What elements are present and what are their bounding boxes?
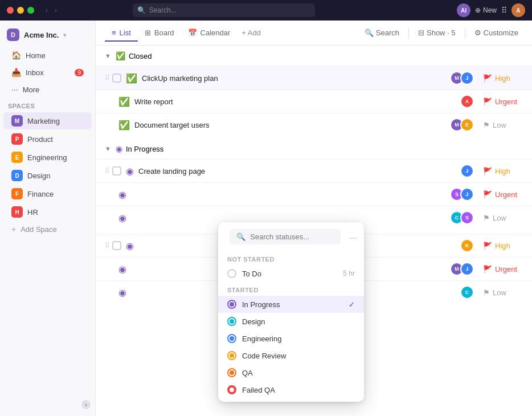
tab-calendar[interactable]: 📅 Calendar	[181, 25, 238, 42]
window-controls	[7, 7, 34, 14]
sidebar: D Acme Inc. ▾ 🏠 Home 📥 Inbox 9 ··· More …	[0, 21, 96, 416]
back-arrow[interactable]: ‹	[43, 5, 50, 15]
drag-handle: ⠿	[105, 242, 110, 250]
design-status-icon	[227, 317, 236, 326]
status-qa[interactable]: QA	[218, 364, 364, 381]
closed-icon: ✅	[116, 51, 125, 60]
task-name: ClickUp marketing plan	[142, 74, 450, 83]
started-section: STARTED	[218, 282, 364, 296]
task-status-icon[interactable]: ◉	[118, 189, 126, 200]
status-failed-qa[interactable]: Failed QA	[218, 381, 364, 398]
priority-label: High	[495, 167, 510, 176]
forward-arrow[interactable]: ›	[52, 5, 59, 15]
task-status-icon[interactable]: ◉	[118, 287, 126, 298]
closed-status: ✅ Closed	[116, 51, 152, 60]
priority-badge: ⚑ Low	[483, 288, 523, 297]
design-dot: D	[11, 170, 23, 181]
failedqa-status-icon	[227, 385, 236, 394]
marketing-label: Marketing	[27, 117, 60, 125]
design-label: Design	[27, 172, 50, 180]
flag-icon: ⚑	[483, 288, 490, 297]
dropdown-more-button[interactable]: ···	[350, 233, 357, 243]
nav-divider	[408, 27, 409, 39]
search-label: Search	[376, 28, 399, 37]
task-status-icon[interactable]: ◉	[118, 264, 126, 275]
table-row[interactable]: ⠿ ◉ Create landing page J 🚩 High	[96, 159, 532, 182]
table-row[interactable]: ✅ Write report A 🚩 Urgent	[96, 89, 532, 113]
task-avatars: J	[460, 164, 474, 178]
global-search-bar[interactable]: 🔍 Search...	[133, 3, 315, 17]
task-status-icon[interactable]: ◉	[126, 166, 134, 177]
board-label: Board	[154, 28, 174, 37]
search-button[interactable]: 🔍 Search	[360, 26, 404, 39]
inbox-icon: 📥	[11, 68, 21, 77]
status-search-input[interactable]	[250, 233, 334, 241]
group-inprogress-header[interactable]: ▼ ◉ In Progress	[96, 138, 532, 159]
closed-chevron: ▼	[105, 52, 111, 59]
avatar: C	[460, 286, 474, 299]
sidebar-item-design[interactable]: D Design	[3, 167, 92, 184]
view-tabs: ≡ List ⊞ Board 📅 Calendar + Add	[105, 25, 265, 41]
tab-list[interactable]: ≡ List	[105, 25, 138, 42]
sidebar-item-marketing[interactable]: M Marketing	[3, 112, 92, 129]
user-avatar[interactable]: A	[511, 3, 525, 17]
task-avatars: C S	[450, 211, 474, 225]
sidebar-item-inbox[interactable]: 📥 Inbox 9	[3, 64, 92, 80]
task-status-icon[interactable]: ◉	[126, 240, 134, 251]
task-checkbox[interactable]	[112, 241, 121, 250]
task-status-icon[interactable]: ◉	[118, 213, 126, 223]
task-name: Create landing page	[138, 167, 460, 176]
sidebar-item-finance[interactable]: F Finance	[3, 185, 92, 202]
apps-icon[interactable]: ⠿	[501, 6, 507, 15]
calendar-label: Calendar	[200, 28, 231, 37]
customize-button[interactable]: ⚙ Customize	[470, 26, 523, 39]
group-closed-header[interactable]: ▼ ✅ Closed	[96, 46, 532, 66]
maximize-dot[interactable]	[27, 7, 34, 14]
status-in-progress[interactable]: In Progress ✓	[218, 296, 364, 313]
sidebar-item-more[interactable]: ··· More	[3, 81, 92, 97]
codereview-status-icon	[227, 351, 236, 360]
add-space-button[interactable]: + Add Space	[3, 222, 92, 236]
workspace-header[interactable]: D Acme Inc. ▾	[0, 25, 95, 44]
tab-board[interactable]: ⊞ Board	[138, 25, 181, 42]
sidebar-item-home[interactable]: 🏠 Home	[3, 47, 92, 63]
table-row[interactable]: ⠿ ✅ ClickUp marketing plan M J 🚩 High	[96, 66, 532, 89]
show-button[interactable]: ⊟ Show · 5	[414, 26, 460, 39]
close-dot[interactable]	[7, 7, 14, 14]
workspace-icon: D	[7, 28, 19, 41]
sidebar-item-hr[interactable]: H HR	[3, 203, 92, 221]
status-engineering[interactable]: Engineering	[218, 330, 364, 347]
task-avatars: K	[460, 239, 474, 252]
calendar-icon: 📅	[188, 28, 197, 37]
priority-badge: 🚩 High	[483, 242, 523, 250]
workspace-chevron: ▾	[63, 32, 66, 38]
task-status-icon[interactable]: ✅	[118, 120, 130, 130]
task-name: Document target users	[134, 121, 450, 129]
new-button[interactable]: ⊕ New	[475, 6, 497, 14]
task-avatars: M J	[450, 71, 474, 85]
table-row[interactable]: ◉ S J 🚩 Urgent	[96, 182, 532, 206]
minimize-dot[interactable]	[17, 7, 24, 14]
task-name: Write report	[134, 97, 460, 106]
task-status-icon[interactable]: ✅	[126, 73, 137, 84]
sidebar-item-product[interactable]: P Product	[3, 130, 92, 148]
product-label: Product	[27, 135, 53, 144]
ai-badge[interactable]: AI	[457, 3, 470, 17]
check-icon: ✓	[349, 300, 355, 309]
sidebar-item-engineering[interactable]: E Engineering	[3, 149, 92, 166]
status-todo[interactable]: To Do 5 hr	[218, 265, 364, 282]
task-status-icon[interactable]: ✅	[118, 96, 130, 107]
task-checkbox[interactable]	[112, 166, 121, 176]
failedqa-item-label: Failed QA	[242, 386, 275, 394]
table-row[interactable]: ✅ Document target users M E ⚑ Low	[96, 113, 532, 136]
sidebar-collapse-button[interactable]: ›	[81, 400, 91, 409]
status-design[interactable]: Design	[218, 313, 364, 330]
status-search[interactable]: 🔍	[230, 229, 341, 244]
new-icon: ⊕	[475, 6, 481, 14]
task-checkbox[interactable]	[112, 74, 121, 83]
add-view-button[interactable]: + Add	[237, 26, 265, 39]
avatar: J	[460, 164, 474, 178]
priority-label: High	[495, 242, 510, 250]
status-code-review[interactable]: Code Review	[218, 347, 364, 364]
inprogress-label: In Progress	[126, 145, 163, 153]
